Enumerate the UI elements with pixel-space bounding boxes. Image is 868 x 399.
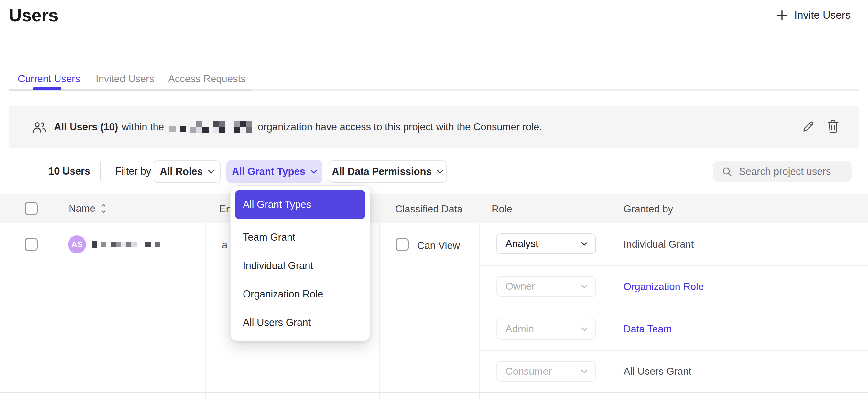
tab-current-users[interactable]: Current Users (18, 73, 80, 85)
edit-pencil-icon[interactable] (801, 119, 816, 134)
banner-text-rest: organization have access to this project… (258, 121, 542, 133)
dropdown-option-organization-role[interactable]: Organization Role (230, 280, 370, 308)
role-select-value: Analyst (505, 238, 538, 250)
chevron-down-icon (581, 284, 588, 288)
can-view-label: Can View (417, 240, 460, 251)
granted-by-all-users-grant: All Users Grant (623, 366, 691, 377)
row-bottom-border (0, 392, 868, 393)
filter-bar-divider (100, 162, 100, 181)
granted-by-organization-role-link[interactable]: Organization Role (623, 281, 704, 293)
all-roles-label: All Roles (160, 166, 203, 178)
tab-invited-users[interactable]: Invited Users (96, 73, 154, 85)
active-tab-indicator (33, 87, 61, 90)
redacted-user-name (92, 239, 160, 250)
column-divider (479, 223, 479, 399)
column-divider (379, 223, 380, 399)
all-grant-types-filter-button[interactable]: All Grant Types (226, 160, 322, 183)
column-header-name[interactable]: Name (68, 202, 106, 215)
chevron-down-icon (437, 170, 443, 174)
user-count-label: 10 Users (49, 165, 90, 177)
column-header-role: Role (492, 204, 512, 215)
dropdown-option-team-grant[interactable]: Team Grant (230, 223, 370, 251)
invite-users-button[interactable]: Invite Users (776, 9, 850, 21)
all-grant-types-label: All Grant Types (232, 166, 305, 178)
dropdown-option-all-users-grant[interactable]: All Users Grant (230, 308, 370, 337)
redacted-organization-name (169, 121, 252, 133)
dropdown-option-all-grant-types[interactable]: All Grant Types (235, 190, 366, 219)
role-select-value: Admin (505, 323, 534, 335)
search-box[interactable] (713, 161, 851, 182)
column-divider (205, 223, 206, 399)
role-select-value: Consumer (505, 366, 552, 377)
grant-subrow-divider (479, 308, 868, 308)
all-data-permissions-filter-button[interactable]: All Data Permissions (329, 160, 446, 183)
dropdown-option-individual-grant[interactable]: Individual Grant (230, 251, 370, 280)
chevron-down-icon (310, 170, 317, 174)
chevron-down-icon (581, 327, 588, 331)
users-group-icon (32, 121, 47, 133)
granted-by-individual-grant: Individual Grant (623, 239, 694, 250)
chevron-down-icon (581, 242, 588, 246)
sort-icon (100, 202, 106, 215)
select-all-checkbox[interactable] (25, 202, 37, 215)
avatar-initials: AS (71, 240, 83, 249)
grant-types-dropdown-menu: All Grant Types Team Grant Individual Gr… (230, 185, 370, 341)
role-select-owner: Owner (496, 276, 596, 297)
all-roles-filter-button[interactable]: All Roles (154, 160, 221, 183)
all-users-banner: All Users (10) within the (9, 106, 859, 148)
column-header-email: Email (219, 204, 230, 215)
banner-bold-text: All Users (10) (54, 121, 118, 133)
chevron-down-icon (208, 170, 214, 174)
all-data-permissions-label: All Data Permissions (332, 166, 431, 178)
avatar: AS (68, 236, 86, 253)
chevron-down-icon (581, 370, 588, 373)
plus-icon (776, 9, 788, 21)
column-header-classified-data: Classified Data (395, 204, 462, 215)
banner-text-within: within the (122, 121, 164, 133)
invite-users-label: Invite Users (794, 9, 850, 21)
role-select-consumer: Consumer (496, 361, 596, 382)
search-input[interactable] (738, 165, 846, 178)
search-icon (721, 166, 733, 177)
role-select-value: Owner (505, 281, 535, 292)
tab-access-requests[interactable]: Access Requests (168, 73, 246, 85)
granted-by-data-team-link[interactable]: Data Team (623, 323, 672, 335)
column-divider (610, 223, 610, 399)
role-select-analyst[interactable]: Analyst (496, 234, 596, 254)
grant-subrow-divider (479, 350, 868, 351)
grant-subrow-divider (479, 266, 868, 266)
row-select-checkbox[interactable] (25, 238, 37, 251)
delete-trash-icon[interactable] (826, 119, 840, 134)
banner-text: All Users (10) within the (54, 106, 542, 148)
column-header-granted-by: Granted by (623, 204, 673, 215)
role-select-admin: Admin (496, 319, 596, 339)
users-page: Users Invite Users Current Users Invited… (0, 0, 868, 399)
page-title: Users (9, 4, 58, 26)
can-view-checkbox[interactable] (396, 238, 409, 251)
name-header-label: Name (68, 203, 95, 214)
filter-by-label: Filter by (116, 165, 151, 177)
user-email-fragment: a (222, 239, 230, 251)
